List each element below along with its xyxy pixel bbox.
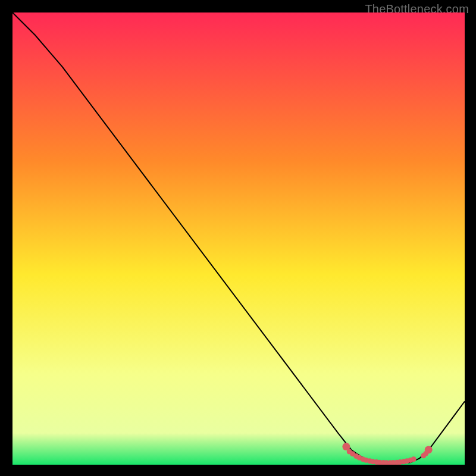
marker-dot — [411, 456, 416, 462]
marker-dot — [425, 446, 433, 453]
chart-root: TheBottleneck.com — [0, 0, 476, 476]
gradient-bg — [12, 12, 465, 465]
chart-svg — [12, 12, 465, 465]
plot-area — [12, 12, 465, 465]
marker-dot — [342, 443, 350, 450]
